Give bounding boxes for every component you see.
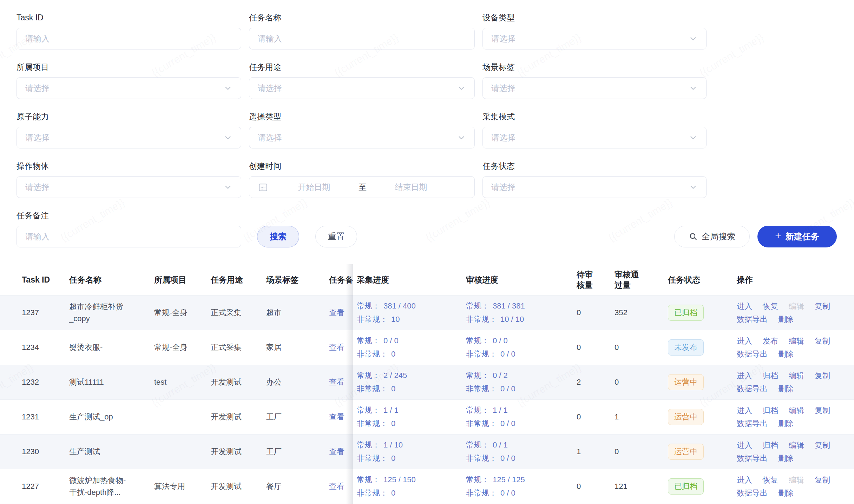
op-enter[interactable]: 进入 [737,406,752,415]
view-remark-link[interactable]: 查看 [329,307,344,318]
project-placeholder: 请选择 [25,83,50,94]
op-data-export[interactable]: 数据导出 [737,454,768,463]
table-row: 1231 生产测试_op 开发测试 工厂 查看 常规：1 / 1 非常规：0 常… [0,400,854,435]
chevron-down-icon [457,84,466,93]
op-enter[interactable]: 进入 [737,302,752,311]
task-table: Task ID 任务名称 所属项目 任务用途 场景标签 任务备注 采集进度 审核… [0,264,854,504]
view-remark-link[interactable]: 查看 [329,412,344,422]
task-name-value: 熨烫衣服- [69,341,103,353]
table-body: 1237 超市冷鲜柜补货_copy 常规-全身 正式采集 超市 查看 常规：38… [0,296,854,504]
review-normal-value: 1 / 1 [493,406,508,415]
op-delete[interactable]: 删除 [778,419,794,428]
chevron-down-icon [223,183,232,192]
op-data-export[interactable]: 数据导出 [737,315,768,324]
view-remark-link[interactable]: 查看 [329,446,344,457]
view-remark-link[interactable]: 查看 [329,342,344,353]
collect-mode-select[interactable]: 请选择 [482,127,707,148]
view-remark-link[interactable]: 查看 [329,481,344,492]
pending-count-value: 2 [577,378,581,387]
normal-label: 常规： [466,336,489,345]
atomic-ability-select[interactable]: 请选择 [17,127,241,148]
collect-abnormal-value: 0 [391,384,395,393]
chevron-down-icon [689,84,698,93]
review-abnormal-value: 0 / 0 [500,489,515,498]
op-data-export[interactable]: 数据导出 [737,489,768,498]
task-project-value: 算法专用 [154,480,185,492]
op-second-action[interactable]: 归档 [763,406,778,415]
op-edit[interactable]: 编辑 [789,441,804,450]
abnormal-label: 非常规： [466,454,497,463]
search-icon [689,232,698,241]
purpose-select[interactable]: 请选择 [249,77,475,99]
view-remark-link[interactable]: 查看 [329,377,344,387]
op-edit: 编辑 [789,476,804,485]
op-delete[interactable]: 删除 [778,315,794,324]
chevron-down-icon [223,84,232,93]
op-data-export[interactable]: 数据导出 [737,384,768,393]
scene-tag-select[interactable]: 请选择 [482,77,707,99]
op-data-export[interactable]: 数据导出 [737,350,768,359]
op-second-action[interactable]: 恢复 [763,476,778,485]
collect-progress: 常规：381 / 400 非常规：10 [357,301,416,324]
op-copy[interactable]: 复制 [815,337,830,346]
task-purpose-value: 开发测试 [211,412,242,422]
collect-normal-value: 381 / 400 [383,301,416,311]
project-select[interactable]: 请选择 [17,77,241,99]
op-copy[interactable]: 复制 [815,406,830,415]
op-delete[interactable]: 删除 [778,489,794,498]
status-badge: 运营中 [668,374,704,390]
op-delete[interactable]: 删除 [778,384,794,393]
operate-object-select[interactable]: 请选择 [17,176,241,198]
task-project-value: 常规-全身 [154,307,188,319]
task-purpose-value: 正式采集 [211,342,242,353]
op-enter[interactable]: 进入 [737,441,752,450]
op-enter[interactable]: 进入 [737,337,752,346]
op-second-action[interactable]: 归档 [763,441,778,450]
op-copy[interactable]: 复制 [815,371,830,380]
filter-label-collect-mode: 采集模式 [482,112,707,121]
op-edit[interactable]: 编辑 [789,337,804,346]
task-status-select[interactable]: 请选择 [482,176,707,198]
op-enter[interactable]: 进入 [737,476,752,485]
op-edit[interactable]: 编辑 [789,406,804,415]
op-enter[interactable]: 进入 [737,371,752,380]
op-delete[interactable]: 删除 [778,350,794,359]
op-second-action[interactable]: 归档 [763,371,778,380]
purpose-placeholder: 请选择 [258,83,282,94]
filter-label-scene-tag: 场景标签 [482,62,707,72]
task-purpose-value: 正式采集 [211,307,242,318]
end-date-placeholder: 结束日期 [369,182,453,193]
device-type-select[interactable]: 请选择 [482,28,707,49]
teleop-type-select[interactable]: 请选择 [249,127,475,148]
global-search-button[interactable]: 全局搜索 [674,226,750,247]
reset-button[interactable]: 重置 [315,226,357,247]
review-abnormal-value: 0 / 0 [500,419,515,428]
approved-count-value: 0 [615,343,619,352]
table-header-row: Task ID 任务名称 所属项目 任务用途 场景标签 任务备注 采集进度 审核… [0,264,854,296]
op-edit[interactable]: 编辑 [789,371,804,380]
op-delete[interactable]: 删除 [778,454,794,463]
task-id-value: 1231 [22,412,39,422]
chevron-down-icon [689,133,698,142]
op-copy[interactable]: 复制 [815,441,830,450]
task-name-input[interactable]: 请输入 [249,28,475,49]
task-remark-input[interactable]: 请输入 [17,226,241,247]
start-date-placeholder: 开始日期 [272,182,356,193]
collect-normal-value: 2 / 245 [383,371,407,380]
op-second-action[interactable]: 恢复 [763,302,778,311]
created-date-range[interactable]: 开始日期 至 结束日期 [249,176,475,198]
op-copy[interactable]: 复制 [815,302,830,311]
collect-normal-value: 1 / 10 [383,440,403,450]
task-id-input[interactable]: 请输入 [17,28,241,49]
abnormal-label: 非常规： [466,350,497,359]
op-second-action[interactable]: 发布 [763,337,778,346]
search-button[interactable]: 搜索 [257,226,299,247]
op-data-export[interactable]: 数据导出 [737,419,768,428]
col-header-approved-count: 审核通过量 [613,264,668,295]
collect-progress: 常规：1 / 10 非常规：0 [357,440,403,463]
new-task-button[interactable]: + 新建任务 [757,226,837,247]
abnormal-label: 非常规： [357,454,388,463]
filter-label-task-name: 任务名称 [249,13,475,22]
op-copy[interactable]: 复制 [815,476,830,485]
pending-count-value: 0 [577,308,581,317]
